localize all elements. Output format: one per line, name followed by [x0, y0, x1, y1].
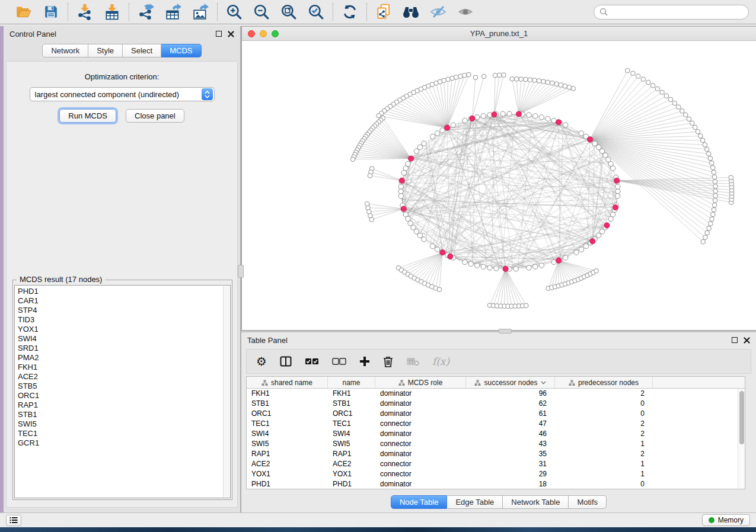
- panel-splitter[interactable]: [240, 26, 241, 512]
- open-file-button[interactable]: [15, 3, 33, 21]
- cell-mcds-role: dominator: [375, 389, 466, 399]
- tab-edge-table[interactable]: Edge Table: [447, 495, 503, 509]
- zoom-out-button[interactable]: [253, 3, 270, 21]
- float-panel-icon[interactable]: [216, 31, 222, 37]
- column-label: predecessor nodes: [578, 379, 639, 387]
- deselect-all-rows-icon[interactable]: [332, 358, 346, 365]
- cell-mcds-role: connector: [375, 419, 466, 429]
- control-panel: Control Panel NetworkStyleSelectMCDS Opt…: [4, 26, 240, 512]
- table-row[interactable]: TEC1TEC1connector472: [247, 419, 738, 429]
- tab-mcds[interactable]: MCDS: [161, 44, 201, 57]
- zoom-in-button[interactable]: [225, 3, 243, 21]
- column-header-predecessor-nodes[interactable]: predecessor nodes: [555, 377, 653, 388]
- scrollbar-thumb[interactable]: [739, 391, 744, 444]
- table-row[interactable]: YOX1YOX1connector291: [247, 469, 738, 479]
- cell-name: STB1: [328, 399, 375, 409]
- table-row[interactable]: RAP1RAP1dominator352: [247, 449, 738, 459]
- tab-select[interactable]: Select: [123, 44, 161, 57]
- mcds-result-item[interactable]: SRD1: [18, 344, 230, 353]
- mcds-result-item[interactable]: TID3: [18, 315, 230, 325]
- column-header-successor-nodes[interactable]: successor nodes: [466, 377, 555, 388]
- mcds-panel: Optimization criterion: largest connecte…: [6, 61, 238, 508]
- mcds-result-item[interactable]: ORC1: [18, 391, 230, 400]
- function-builder-icon: f(x): [432, 355, 449, 367]
- import-table-button[interactable]: [103, 3, 121, 21]
- sort-chevron-icon[interactable]: [541, 381, 546, 384]
- mcds-result-item[interactable]: SWI4: [18, 334, 230, 344]
- export-table-button[interactable]: [164, 3, 182, 21]
- mcds-result-item[interactable]: STB5: [18, 382, 230, 391]
- splitter-handle-icon[interactable]: [238, 265, 244, 278]
- mcds-result-item[interactable]: YOX1: [18, 325, 230, 334]
- task-history-button[interactable]: [6, 515, 21, 526]
- network-canvas[interactable]: [242, 41, 755, 330]
- close-panel-button[interactable]: Close panel: [126, 109, 184, 123]
- dropdown-stepper-icon: [202, 88, 213, 100]
- import-table-icon: [104, 4, 120, 20]
- tab-network-table[interactable]: Network Table: [503, 495, 569, 509]
- run-mcds-button[interactable]: Run MCDS: [59, 109, 116, 123]
- hide-selected-button[interactable]: [429, 3, 447, 21]
- mcds-result-item[interactable]: RAP1: [18, 400, 230, 410]
- table-row[interactable]: ACE2ACE2connector311: [247, 459, 738, 469]
- search-network-button[interactable]: [402, 3, 420, 21]
- duplicate-network-button[interactable]: [375, 3, 393, 21]
- mcds-result-item[interactable]: FKH1: [18, 363, 230, 372]
- table-row[interactable]: SWI4SWI4dominator462: [247, 429, 738, 439]
- search-input[interactable]: [611, 8, 743, 17]
- table-header-row: shared namenameMCDS rolesuccessor nodesp…: [247, 377, 745, 389]
- toggle-panel-columns-icon[interactable]: [280, 356, 292, 367]
- delete-column-icon[interactable]: [383, 356, 393, 367]
- column-label: MCDS role: [408, 379, 443, 387]
- mcds-result-item[interactable]: PMA2: [18, 353, 230, 363]
- tab-node-table[interactable]: Node Table: [391, 495, 448, 509]
- table-scrollbar[interactable]: [738, 389, 745, 489]
- tab-network[interactable]: Network: [42, 44, 88, 57]
- float-panel-icon[interactable]: [732, 337, 738, 343]
- table-row[interactable]: STB1STB1dominator620: [247, 399, 738, 409]
- table-row[interactable]: ORC1ORC1dominator610: [247, 409, 738, 419]
- refresh-view-button[interactable]: [341, 3, 359, 21]
- mcds-result-item[interactable]: CAR1: [18, 296, 230, 306]
- optimization-criterion-label: Optimization criterion:: [7, 72, 237, 81]
- mcds-list-scrollbar[interactable]: [223, 286, 229, 497]
- export-image-button[interactable]: [192, 3, 209, 21]
- table-splitter[interactable]: [241, 331, 756, 332]
- save-session-button[interactable]: [42, 3, 60, 21]
- column-header-mcds-role[interactable]: MCDS role: [375, 377, 466, 388]
- close-panel-icon[interactable]: [744, 337, 750, 344]
- table-row[interactable]: SWI5SWI5connector431: [247, 439, 738, 449]
- tab-motifs[interactable]: Motifs: [569, 495, 607, 509]
- zoom-fit-button[interactable]: [280, 3, 298, 21]
- cell-predecessor-nodes: 1: [555, 459, 653, 469]
- import-network-button[interactable]: [76, 3, 94, 21]
- column-header-name[interactable]: name: [328, 377, 375, 388]
- network-window: YPA_prune.txt_1: [241, 26, 756, 331]
- mcds-result-item[interactable]: STB1: [18, 410, 230, 419]
- mcds-result-item[interactable]: PHD1: [18, 287, 230, 296]
- column-header-shared-name[interactable]: shared name: [247, 377, 328, 388]
- cell-mcds-role: connector: [375, 439, 466, 449]
- mcds-result-item[interactable]: STP4: [18, 306, 230, 315]
- cell-name: FKH1: [328, 389, 375, 399]
- refresh-icon: [342, 4, 358, 20]
- mcds-result-item[interactable]: SWI5: [18, 419, 230, 429]
- export-network-button[interactable]: [137, 3, 155, 21]
- table-row[interactable]: FKH1FKH1dominator962: [247, 389, 738, 399]
- select-all-rows-icon[interactable]: [305, 358, 319, 365]
- mcds-result-item[interactable]: ACE2: [18, 372, 230, 382]
- table-row[interactable]: PHD1PHD1dominator180: [247, 479, 738, 489]
- zoom-selected-button[interactable]: [307, 3, 325, 21]
- tab-style[interactable]: Style: [88, 44, 123, 57]
- mcds-result-item[interactable]: TEC1: [18, 429, 230, 438]
- memory-button[interactable]: Memory: [702, 514, 750, 526]
- show-all-button[interactable]: [457, 3, 474, 21]
- cell-name: TEC1: [328, 419, 375, 429]
- add-column-icon[interactable]: [359, 356, 370, 367]
- splitter-handle-icon[interactable]: [499, 329, 512, 334]
- mcds-result-item[interactable]: GCR1: [18, 438, 230, 448]
- cell-predecessor-nodes: 0: [555, 479, 653, 489]
- criterion-dropdown[interactable]: largest connected component (undirected): [30, 87, 215, 101]
- column-settings-gear-icon[interactable]: ⚙: [256, 355, 267, 367]
- close-panel-icon[interactable]: [228, 31, 234, 37]
